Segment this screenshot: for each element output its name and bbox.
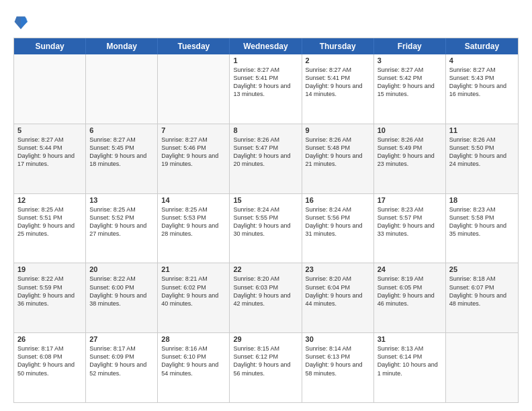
cell-info: Sunrise: 8:19 AM Sunset: 6:05 PM Dayligh…	[378, 275, 442, 308]
calendar-cell: 14Sunrise: 8:25 AM Sunset: 5:53 PM Dayli…	[158, 194, 230, 263]
logo-icon	[13, 13, 28, 32]
cell-date: 5	[17, 126, 82, 134]
day-header-friday: Friday	[374, 38, 446, 54]
cell-date: 3	[378, 56, 442, 64]
calendar-cell: 16Sunrise: 8:24 AM Sunset: 5:56 PM Dayli…	[302, 194, 374, 263]
cell-info: Sunrise: 8:26 AM Sunset: 5:47 PM Dayligh…	[233, 136, 298, 169]
cell-date: 8	[233, 126, 298, 134]
weeks: 1Sunrise: 8:27 AM Sunset: 5:41 PM Daylig…	[14, 54, 518, 402]
cell-info: Sunrise: 8:24 AM Sunset: 5:56 PM Dayligh…	[306, 205, 370, 238]
calendar-cell: 28Sunrise: 8:16 AM Sunset: 6:10 PM Dayli…	[158, 333, 230, 402]
cell-date: 10	[378, 126, 442, 134]
cell-info: Sunrise: 8:13 AM Sunset: 6:14 PM Dayligh…	[378, 345, 442, 377]
cell-date: 1	[233, 56, 298, 64]
calendar-cell	[446, 333, 518, 402]
calendar-cell: 2Sunrise: 8:27 AM Sunset: 5:41 PM Daylig…	[302, 54, 374, 124]
cell-date: 11	[449, 126, 515, 134]
cell-info: Sunrise: 8:27 AM Sunset: 5:45 PM Dayligh…	[89, 136, 154, 169]
page: SundayMondayTuesdayWednesdayThursdayFrid…	[0, 0, 532, 411]
calendar: SundayMondayTuesdayWednesdayThursdayFrid…	[13, 38, 519, 403]
cell-date: 13	[89, 196, 154, 204]
cell-date: 31	[378, 335, 442, 343]
cell-date: 30	[306, 335, 370, 343]
calendar-cell: 9Sunrise: 8:26 AM Sunset: 5:48 PM Daylig…	[302, 124, 374, 193]
cell-info: Sunrise: 8:18 AM Sunset: 6:07 PM Dayligh…	[449, 275, 515, 308]
calendar-cell: 27Sunrise: 8:17 AM Sunset: 6:09 PM Dayli…	[86, 333, 158, 402]
calendar-cell: 4Sunrise: 8:27 AM Sunset: 5:43 PM Daylig…	[446, 54, 518, 124]
cell-info: Sunrise: 8:23 AM Sunset: 5:58 PM Dayligh…	[449, 205, 515, 238]
cell-info: Sunrise: 8:20 AM Sunset: 6:03 PM Dayligh…	[233, 275, 298, 308]
calendar-cell: 11Sunrise: 8:26 AM Sunset: 5:50 PM Dayli…	[446, 124, 518, 193]
calendar-cell: 12Sunrise: 8:25 AM Sunset: 5:51 PM Dayli…	[14, 194, 86, 263]
calendar-cell	[158, 54, 230, 124]
cell-date: 29	[233, 335, 298, 343]
cell-info: Sunrise: 8:26 AM Sunset: 5:48 PM Dayligh…	[306, 136, 370, 169]
cell-info: Sunrise: 8:27 AM Sunset: 5:44 PM Dayligh…	[17, 136, 82, 169]
cell-date: 26	[17, 335, 82, 343]
cell-info: Sunrise: 8:27 AM Sunset: 5:46 PM Dayligh…	[161, 136, 226, 169]
cell-info: Sunrise: 8:25 AM Sunset: 5:52 PM Dayligh…	[89, 205, 154, 238]
logo	[13, 13, 31, 32]
calendar-cell: 13Sunrise: 8:25 AM Sunset: 5:52 PM Dayli…	[86, 194, 158, 263]
cell-info: Sunrise: 8:20 AM Sunset: 6:04 PM Dayligh…	[306, 275, 370, 308]
calendar-cell: 18Sunrise: 8:23 AM Sunset: 5:58 PM Dayli…	[446, 194, 518, 263]
cell-info: Sunrise: 8:27 AM Sunset: 5:41 PM Dayligh…	[306, 66, 370, 99]
cell-date: 12	[17, 196, 82, 204]
svg-marker-1	[21, 17, 28, 28]
cell-date: 6	[89, 126, 154, 134]
calendar-cell: 15Sunrise: 8:24 AM Sunset: 5:55 PM Dayli…	[230, 194, 302, 263]
calendar-cell: 22Sunrise: 8:20 AM Sunset: 6:03 PM Dayli…	[230, 263, 302, 332]
cell-date: 18	[449, 196, 515, 204]
cell-date: 19	[17, 265, 82, 273]
cell-info: Sunrise: 8:27 AM Sunset: 5:42 PM Dayligh…	[378, 66, 442, 99]
cell-date: 17	[378, 196, 442, 204]
calendar-cell: 5Sunrise: 8:27 AM Sunset: 5:44 PM Daylig…	[14, 124, 86, 193]
cell-info: Sunrise: 8:22 AM Sunset: 6:00 PM Dayligh…	[89, 275, 154, 308]
cell-info: Sunrise: 8:22 AM Sunset: 5:59 PM Dayligh…	[17, 275, 82, 308]
week-row: 12Sunrise: 8:25 AM Sunset: 5:51 PM Dayli…	[14, 193, 518, 263]
cell-info: Sunrise: 8:17 AM Sunset: 6:09 PM Dayligh…	[89, 345, 154, 377]
cell-info: Sunrise: 8:25 AM Sunset: 5:53 PM Dayligh…	[161, 205, 226, 238]
day-header-sunday: Sunday	[14, 38, 86, 54]
calendar-cell: 21Sunrise: 8:21 AM Sunset: 6:02 PM Dayli…	[158, 263, 230, 332]
cell-info: Sunrise: 8:23 AM Sunset: 5:57 PM Dayligh…	[378, 205, 442, 238]
header	[13, 11, 519, 32]
week-row: 5Sunrise: 8:27 AM Sunset: 5:44 PM Daylig…	[14, 124, 518, 193]
calendar-cell: 3Sunrise: 8:27 AM Sunset: 5:42 PM Daylig…	[374, 54, 446, 124]
calendar-cell: 7Sunrise: 8:27 AM Sunset: 5:46 PM Daylig…	[158, 124, 230, 193]
cell-info: Sunrise: 8:25 AM Sunset: 5:51 PM Dayligh…	[17, 205, 82, 238]
calendar-cell: 24Sunrise: 8:19 AM Sunset: 6:05 PM Dayli…	[374, 263, 446, 332]
cell-info: Sunrise: 8:21 AM Sunset: 6:02 PM Dayligh…	[161, 275, 226, 308]
day-header-saturday: Saturday	[446, 38, 518, 54]
cell-info: Sunrise: 8:27 AM Sunset: 5:43 PM Dayligh…	[449, 66, 515, 99]
cell-date: 23	[306, 265, 370, 273]
cell-info: Sunrise: 8:24 AM Sunset: 5:55 PM Dayligh…	[233, 205, 298, 238]
calendar-cell: 26Sunrise: 8:17 AM Sunset: 6:08 PM Dayli…	[14, 333, 86, 402]
cell-info: Sunrise: 8:16 AM Sunset: 6:10 PM Dayligh…	[161, 345, 226, 377]
cell-date: 21	[161, 265, 226, 273]
cell-date: 28	[161, 335, 226, 343]
cell-date: 27	[89, 335, 154, 343]
calendar-cell: 8Sunrise: 8:26 AM Sunset: 5:47 PM Daylig…	[230, 124, 302, 193]
day-header-wednesday: Wednesday	[230, 38, 302, 54]
day-header-monday: Monday	[86, 38, 158, 54]
cell-date: 14	[161, 196, 226, 204]
cell-date: 7	[161, 126, 226, 134]
cell-date: 24	[378, 265, 442, 273]
calendar-cell: 29Sunrise: 8:15 AM Sunset: 6:12 PM Dayli…	[230, 333, 302, 402]
day-headers: SundayMondayTuesdayWednesdayThursdayFrid…	[14, 38, 518, 54]
cell-date: 9	[306, 126, 370, 134]
day-header-tuesday: Tuesday	[158, 38, 230, 54]
calendar-cell	[86, 54, 158, 124]
cell-info: Sunrise: 8:14 AM Sunset: 6:13 PM Dayligh…	[306, 345, 370, 377]
cell-date: 20	[89, 265, 154, 273]
week-row: 19Sunrise: 8:22 AM Sunset: 5:59 PM Dayli…	[14, 263, 518, 332]
cell-info: Sunrise: 8:27 AM Sunset: 5:41 PM Dayligh…	[233, 66, 298, 99]
calendar-cell: 1Sunrise: 8:27 AM Sunset: 5:41 PM Daylig…	[230, 54, 302, 124]
cell-date: 16	[306, 196, 370, 204]
week-row: 1Sunrise: 8:27 AM Sunset: 5:41 PM Daylig…	[14, 54, 518, 124]
day-header-thursday: Thursday	[302, 38, 374, 54]
week-row: 26Sunrise: 8:17 AM Sunset: 6:08 PM Dayli…	[14, 332, 518, 402]
calendar-cell: 6Sunrise: 8:27 AM Sunset: 5:45 PM Daylig…	[86, 124, 158, 193]
cell-date: 2	[306, 56, 370, 64]
